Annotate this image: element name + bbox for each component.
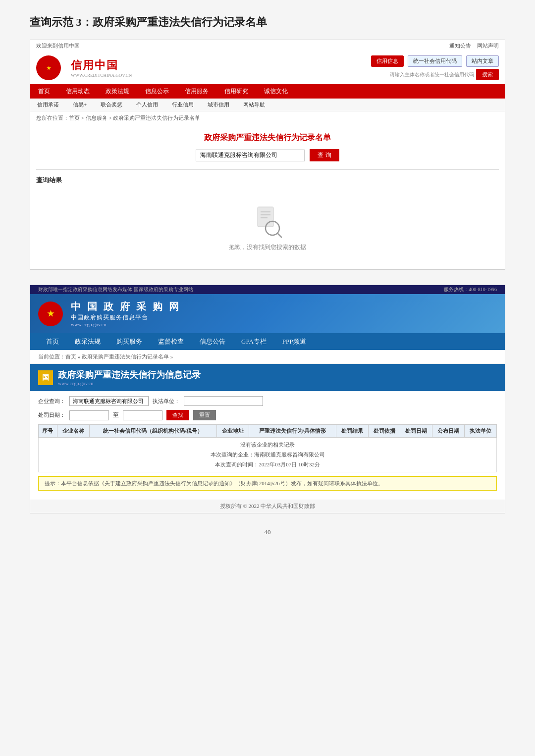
nav-credit-service[interactable]: 信用服务 (177, 84, 216, 99)
company-search-input[interactable] (69, 396, 149, 406)
ccgp-header: ★ 中 国 政 府 采 购 网 中国政府购买服务信息平台 www.ccgp.go… (30, 294, 505, 333)
search-form-row1: 企业查询： 执法单位： (38, 396, 497, 406)
ccgp-hotline: 服务热线：400-810-1996 (444, 286, 497, 293)
statement-link[interactable]: 网站声明 (477, 42, 499, 50)
ccgp-nav-gpa[interactable]: GPA专栏 (233, 334, 274, 349)
logo-bar: ★ 信用中国 WWW.CREDITCHINA.GOV.CN 信用信息 统一社会信… (30, 51, 505, 84)
empty-text: 抱歉，没有找到您搜索的数据 (229, 243, 306, 252)
page-title: 查询示范 3：政府采购严重违法失信行为记录名单 (30, 15, 505, 30)
nav-credit-research[interactable]: 信用研究 (216, 84, 256, 99)
ccgp-nav-purchase[interactable]: 购买服务 (108, 334, 150, 349)
logo-sub: WWW.CREDITCHINA.GOV.CN (71, 73, 132, 78)
form-label-authority: 执法单位： (153, 398, 180, 405)
search-form-row2: 处罚日期： 至 查找 重置 (38, 410, 497, 420)
query-form: 查 询 (36, 149, 499, 161)
search-tabs: 信用信息 统一社会信用代码 站内文章 (371, 55, 499, 67)
ccgp-nav-announcement[interactable]: 信息公告 (192, 334, 233, 349)
search-button[interactable]: 搜索 (476, 69, 499, 80)
copyright-bar: 授权所有 © 2022 中华人民共和国财政部 (30, 500, 505, 513)
tab-site-content[interactable]: 站内文章 (466, 55, 499, 67)
result-label: 查询结果 (36, 176, 499, 185)
ccgp-sub-title: 中国政府购买服务信息平台 (71, 313, 181, 322)
info-record-url: www.ccgp.gov.cn (58, 381, 201, 386)
search-input-row: 请输入主体名称或者统一社会信用代码 搜索 (390, 69, 499, 80)
nav-credit-pledge[interactable]: 信用承诺 (30, 99, 66, 111)
no-data-line2: 本次查询的企业：海南联通克服标咨询有限公司 (41, 450, 494, 460)
screenshot1-box: 欢迎来到信用中国 通知公告 网站声明 ★ 信用中国 WWW.CREDITCHIN… (30, 40, 505, 270)
info-record-header: 国 政府采购严重违法失信行为信息记录 www.ccgp.gov.cn (30, 364, 505, 391)
table-header-row: 序号 企业名称 统一社会信用代码（组织机构代码/税号） 企业地址 严重违法失信行… (39, 425, 497, 438)
no-data-line3: 本次查询的时间：2022年03月07日 10时32分 (41, 460, 494, 470)
col-penalty-date: 处罚日期 (400, 425, 432, 438)
result-section: 查询结果 抱歉，没有找到您搜索的数据 (36, 169, 499, 261)
col-seq: 序号 (39, 425, 57, 438)
nav-info-publish[interactable]: 信息公示 (137, 84, 177, 99)
ccgp-nav-ppp[interactable]: PPP频道 (274, 334, 314, 349)
svg-text:★: ★ (47, 65, 52, 71)
ccgp-top-bar: 财政部唯一指定政府采购信息网络发布媒体 国家级政府的采购专业网站 服务热线：40… (30, 285, 505, 294)
nav-integrity-culture[interactable]: 诚信文化 (256, 84, 296, 99)
svg-text:★: ★ (47, 309, 54, 318)
date-start-input[interactable] (69, 410, 109, 420)
result-table: 序号 企业名称 统一社会信用代码（组织机构代码/税号） 企业地址 严重违法失信行… (38, 424, 497, 472)
copyright-text: 授权所有 © 2022 中华人民共和国财政部 (220, 503, 316, 509)
page-number: 40 (30, 528, 505, 536)
notice-link[interactable]: 通知公告 (449, 42, 471, 50)
form-label-date: 处罚日期： (38, 411, 65, 419)
logo-text: 信用中国 WWW.CREDITCHINA.GOV.CN (71, 58, 132, 78)
empty-illustration (248, 204, 287, 239)
section-title: 政府采购严重违法失信行为记录名单 (36, 133, 499, 143)
ccgp-logo-emblem: ★ (38, 302, 63, 326)
search-area: 信用信息 统一社会信用代码 站内文章 请输入主体名称或者统一社会信用代码 搜索 (371, 55, 499, 80)
nav-industry-credit[interactable]: 行业信用 (165, 99, 201, 111)
table-no-data-row: 没有该企业的相关记录 本次查询的企业：海南联通克服标咨询有限公司 本次查询的时间… (39, 438, 497, 472)
nav-joint-reward[interactable]: 联合奖惩 (94, 99, 129, 111)
record-content: 企业查询： 执法单位： 处罚日期： 至 查找 重置 序号 企业名称 统一社会信用… (30, 391, 505, 500)
info-record-title: 政府采购严重违法失信行为信息记录 (58, 369, 201, 381)
tip-text: 提示：本平台信息依据《关于建立政府采购严重违法失信行为信息记录的通知》（财办库[… (45, 480, 383, 486)
col-publish-date: 公布日期 (432, 425, 465, 438)
query-input[interactable] (196, 150, 305, 161)
col-authority: 执法单位 (465, 425, 497, 438)
col-credit-code: 统一社会信用代码（组织机构代码/税号） (89, 425, 216, 438)
ccgp-main-title: 中 国 政 府 采 购 网 (71, 300, 181, 313)
query-submit-button[interactable]: 查 询 (310, 149, 339, 161)
nav-personal-credit[interactable]: 个人信用 (129, 99, 165, 111)
ccgp-nav-supervision[interactable]: 监督检查 (150, 334, 192, 349)
tab-credit-info[interactable]: 信用信息 (371, 55, 404, 67)
tab-social-credit[interactable]: 统一社会信用代码 (408, 55, 462, 67)
info-record-title-block: 政府采购严重违法失信行为信息记录 www.ccgp.gov.cn (58, 369, 201, 386)
ccgp-breadcrumb: 当前位置：首页 » 政府采购严重违法失信行为记录名单 » (30, 350, 505, 364)
logo-emblem: ★ (36, 55, 61, 80)
date-end-input[interactable] (123, 410, 162, 420)
tip-bar: 提示：本平台信息依据《关于建立政府采购严重违法失信行为信息记录的通知》（财办库[… (38, 476, 497, 491)
ccgp-nav: 首页 政采法规 购买服务 监督检查 信息公告 GPA专栏 PPP频道 (30, 333, 505, 350)
nav-site-nav[interactable]: 网站导航 (236, 99, 272, 111)
ccgp-nav-policy[interactable]: 政采法规 (67, 334, 108, 349)
nav-city-credit[interactable]: 城市信用 (201, 99, 236, 111)
date-separator: 至 (113, 411, 119, 419)
nav-bar-white: 信用承诺 信易+ 联合奖惩 个人信用 行业信用 城市信用 网站导航 (30, 99, 505, 111)
logo-main: 信用中国 (71, 58, 132, 73)
authority-input[interactable] (184, 396, 263, 406)
ccgp-url: www.ccgp.gov.cn (71, 322, 181, 327)
info-record-icon: 国 (38, 370, 53, 385)
empty-state: 抱歉，没有找到您搜索的数据 (36, 195, 499, 261)
ccgp-site-desc: 财政部唯一指定政府采购信息网络发布媒体 国家级政府的采购专业网站 (38, 286, 193, 293)
nav-credit-plus[interactable]: 信易+ (66, 99, 94, 111)
search-hint: 请输入主体名称或者统一社会信用代码 (390, 71, 474, 78)
nav-credit-news[interactable]: 信用动态 (58, 84, 98, 99)
no-data-cell: 没有该企业的相关记录 本次查询的企业：海南联通克服标咨询有限公司 本次查询的时间… (39, 438, 497, 472)
nav-home[interactable]: 首页 (30, 84, 58, 99)
col-violation: 严重违法失信行为/具体情形 (249, 425, 336, 438)
search-btn[interactable]: 查找 (166, 410, 189, 420)
reset-btn[interactable]: 重置 (193, 410, 216, 420)
content-area: 政府采购严重违法失信行为记录名单 查 询 查询结果 (30, 125, 505, 269)
nav-policy[interactable]: 政策法规 (98, 84, 137, 99)
ccgp-nav-home[interactable]: 首页 (38, 334, 67, 349)
form-label-company: 企业查询： (38, 398, 65, 405)
ccgp-title-block: 中 国 政 府 采 购 网 中国政府购买服务信息平台 www.ccgp.gov.… (71, 300, 181, 327)
col-address: 企业地址 (216, 425, 249, 438)
svg-rect-2 (258, 207, 273, 227)
svg-line-7 (277, 233, 281, 237)
